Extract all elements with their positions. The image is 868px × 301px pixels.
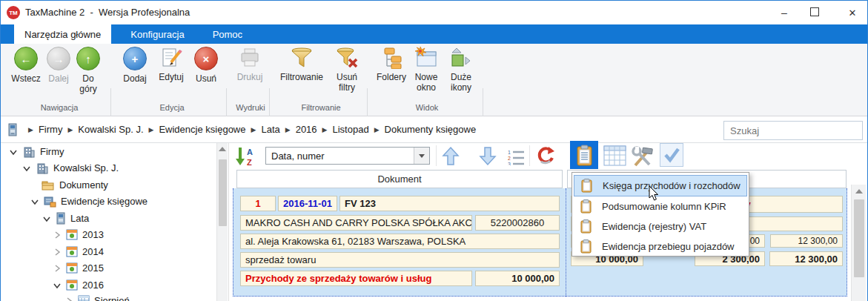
chevron-down-icon[interactable] [23,165,30,172]
chevron-down-icon[interactable] [43,215,50,222]
breadcrumb-arrow-icon: ▶ [144,126,159,133]
clear-filters-button[interactable]: Usuń filtry [330,47,364,93]
breadcrumb-item[interactable]: Listopad [333,124,369,135]
doc-category-amount-cell[interactable]: 10 000,00 [475,271,560,286]
tree-item-label: Ewidencje księgowe [61,196,148,207]
menu-item-label: Księga przychodów i rozchodów [603,180,741,191]
breadcrumb-item[interactable]: Lata [261,124,279,135]
clear-filters-label: Usuń filtry [332,72,362,93]
menu-item-podsumowanie[interactable]: Podsumowanie kolumn KPiR [574,196,747,216]
svg-text:3: 3 [508,162,511,165]
verify-button[interactable] [660,143,683,167]
large-icons-button[interactable]: Duże ikony [444,47,478,93]
tree-item-kowalski[interactable]: Kowalski Sp. J. [1,161,216,176]
tree-item-sierpien[interactable]: Sierpień [1,294,216,301]
clear-filters-icon [335,47,359,69]
breadcrumb-item[interactable]: 2016 [296,124,317,135]
tree-item-2013[interactable]: 2013 [1,228,216,242]
chevron-right-icon[interactable] [65,297,73,301]
minimize-button[interactable]: – [776,5,792,20]
sort-combobox[interactable]: Data, numer [265,147,430,165]
content-scrollbar[interactable] [851,185,866,301]
refresh-icon[interactable] [535,145,556,168]
print-icon [238,47,262,69]
scrollbar-thumb[interactable] [219,159,227,226]
doc-category-cell[interactable]: Przychody ze sprzedaży towarów i usług [240,271,472,286]
delete-button[interactable]: × Usuń [189,47,223,84]
tab-konfiguracja[interactable]: Konfiguracja [120,24,194,44]
numbered-list-icon[interactable]: 1 2 3 [507,149,525,165]
search-input[interactable] [723,121,863,140]
doc-ordinal-cell[interactable]: 1 [240,196,276,211]
move-up-icon[interactable] [442,146,460,167]
breadcrumb-item[interactable]: Kowalski Sp. J. [78,124,143,135]
menu-item-ksiega[interactable]: Księga przychodów i rozchodów [574,175,747,196]
chevron-right-icon[interactable] [53,265,61,272]
menu-item-vat[interactable]: Ewidencja (rejestry) VAT [574,216,747,236]
card-divider [566,188,566,297]
combobox-dropdown-button[interactable] [414,148,429,164]
up-button[interactable]: ↑ Do góry [73,47,103,94]
tree-item-2016[interactable]: 2016 [1,278,216,293]
ribbon-tab-bar: Narzędzia główne Konfiguracja Pomoc [1,24,867,44]
add-button[interactable]: + Dodaj [118,47,152,84]
table-view-icon[interactable] [603,145,626,166]
tab-pomoc[interactable]: Pomoc [202,24,253,44]
doc-description-cell[interactable]: sprzedaż towaru [240,252,560,268]
breadcrumb-arrow-icon: ▶ [317,126,333,133]
doc-category: Przychody ze sprzedaży towarów i usług [245,273,431,284]
back-button[interactable]: ← Wstecz [8,47,44,84]
document-column-header[interactable]: Dokument [236,170,563,188]
chevron-down-icon[interactable] [53,282,61,289]
breadcrumb-root-icon [7,123,19,136]
filter-button[interactable]: Filtrowanie [275,47,328,82]
tree-item-label: 2015 [82,262,104,274]
print-button[interactable]: Drukuj [232,47,268,82]
breadcrumb-item[interactable]: Ewidencje księgowe [159,124,245,135]
tree-item-label: 2016 [82,280,104,291]
breadcrumb-arrow-icon: ▶ [23,126,39,133]
breadcrumb-item[interactable]: Firmy [39,124,63,135]
doc-number: FV 123 [345,198,376,209]
close-button[interactable]: ✕ [844,5,861,20]
tree-item-2014[interactable]: 2014 [1,245,216,259]
tools-icon[interactable] [630,145,655,168]
chevron-down-icon[interactable] [10,148,17,156]
filter-label: Filtrowanie [280,72,323,82]
new-window-button[interactable]: Nowe okno [410,47,443,93]
doc-date-cell[interactable]: 2016-11-01 [278,196,337,211]
scroll-up-icon[interactable] [855,189,863,194]
move-down-icon[interactable] [479,146,497,167]
doc-nip-cell[interactable]: 5220002860 [475,215,560,231]
doc-address-cell[interactable]: al. Aleja Krakowska 61, 02183 Warszawa, … [240,234,560,249]
doc-contractor-cell[interactable]: MAKRO CASH AND CARRY POLSKA SPÓŁKA AKCYJ… [240,215,472,231]
tree-scrollbar[interactable] [216,143,228,301]
add-label: Dodaj [123,73,146,84]
scrollbar-thumb[interactable] [854,199,864,277]
tree-item-dokumenty[interactable]: Dokumenty [1,178,216,193]
doc-nip: 5220002860 [491,217,544,228]
menu-item-pojazdy[interactable]: Ewidencja przebiegu pojazdów [574,236,747,257]
scroll-up-icon[interactable] [219,147,226,151]
doc-category-amount: 10 000,00 [511,273,554,284]
doc-number-cell[interactable]: FV 123 [339,196,560,211]
chevron-right-icon[interactable] [53,231,61,239]
chevron-right-icon[interactable] [53,248,61,256]
tree-item-firmy[interactable]: Firmy [1,145,216,159]
forward-button[interactable]: → Dalej [44,47,73,84]
tree-item-2015[interactable]: 2015 [1,261,216,276]
doc-contractor: MAKRO CASH AND CARRY POLSKA SPÓŁKA AKCYJ… [245,217,472,228]
tree-item-lata[interactable]: Lata [1,211,216,226]
sort-az-icon[interactable]: A Z [233,146,257,167]
edit-button[interactable]: Edytuj [153,47,189,82]
breadcrumb-item[interactable]: Dokumenty księgowe [385,124,477,135]
tree-item-label: 2014 [82,246,104,257]
tree-item-ewidencje[interactable]: Ewidencje księgowe [1,194,216,209]
folders-button[interactable]: Foldery [373,47,410,82]
kpir-views-button[interactable] [570,141,598,169]
chevron-down-icon[interactable] [31,198,39,205]
document-row[interactable]: 1 2016-11-01 FV 123 MAKRO CASH AND CARRY… [233,188,847,297]
tab-narzedzia-glowne[interactable]: Narzędzia główne [14,24,111,44]
mouse-cursor [649,186,659,201]
maximize-button[interactable] [810,7,819,16]
